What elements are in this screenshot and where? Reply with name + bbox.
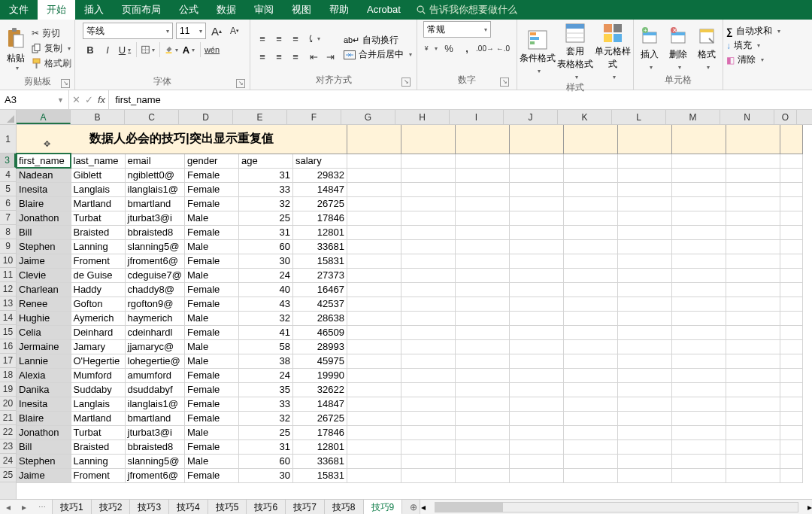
cell[interactable] xyxy=(617,225,671,239)
cell[interactable] xyxy=(401,168,455,182)
cell[interactable]: 31 xyxy=(238,225,292,239)
cell[interactable]: bmartland xyxy=(125,411,184,425)
orientation-button[interactable]: ⤹▾ xyxy=(306,31,321,46)
cell[interactable] xyxy=(617,125,671,154)
cell[interactable] xyxy=(780,325,802,339)
conditional-format-button[interactable]: 条件格式▾ xyxy=(519,28,556,75)
row-header[interactable]: 17 xyxy=(0,354,16,368)
cell[interactable] xyxy=(726,354,780,368)
cell[interactable] xyxy=(780,411,802,425)
accounting-format-button[interactable]: ¥▾ xyxy=(423,41,438,56)
cell[interactable]: chaddy8@ xyxy=(125,282,184,297)
column-headers[interactable]: ABCDEFGHIJKLMNO xyxy=(17,110,812,125)
cell[interactable] xyxy=(455,354,509,368)
cell[interactable]: Female xyxy=(184,182,238,196)
cell[interactable] xyxy=(563,368,617,382)
cell[interactable]: Female xyxy=(184,468,238,482)
tab-view[interactable]: 视图 xyxy=(283,0,320,20)
sheet-tab[interactable]: 技巧5 xyxy=(208,500,247,514)
cell[interactable] xyxy=(780,225,802,239)
cell[interactable]: 33681 xyxy=(292,239,347,254)
italic-button[interactable]: I xyxy=(100,42,115,57)
cell[interactable] xyxy=(726,454,780,468)
sheet-tab[interactable]: 技巧8 xyxy=(325,500,364,514)
cell[interactable] xyxy=(347,325,401,339)
cell[interactable] xyxy=(455,368,509,382)
cell[interactable] xyxy=(671,297,726,311)
cell[interactable]: 29832 xyxy=(292,168,347,182)
cell[interactable] xyxy=(401,439,455,454)
decrease-decimal-button[interactable]: ←.0 xyxy=(495,41,511,56)
cell[interactable] xyxy=(617,268,671,282)
cell[interactable]: 42537 xyxy=(292,297,347,311)
col-header-O[interactable]: O xyxy=(774,110,797,124)
cell[interactable]: Nadean xyxy=(17,168,71,182)
cell[interactable] xyxy=(617,196,671,211)
cell[interactable]: salary xyxy=(292,154,347,168)
cell[interactable]: slanning5@ xyxy=(125,239,184,254)
cell[interactable] xyxy=(780,311,802,325)
cell[interactable] xyxy=(726,239,780,254)
cell[interactable] xyxy=(563,211,617,225)
cell[interactable] xyxy=(347,239,401,254)
cell[interactable]: 数据人必会的技巧|突出显示重复值 xyxy=(17,125,347,154)
cell[interactable] xyxy=(455,411,509,425)
cell[interactable] xyxy=(563,196,617,211)
cell[interactable] xyxy=(347,196,401,211)
cell[interactable]: Female xyxy=(184,282,238,297)
cell[interactable] xyxy=(401,382,455,397)
cell[interactable] xyxy=(401,154,455,168)
cell[interactable] xyxy=(780,354,802,368)
cell[interactable] xyxy=(617,339,671,354)
cell[interactable]: 32 xyxy=(238,411,292,425)
underline-button[interactable]: U▾ xyxy=(117,42,132,57)
col-header-A[interactable]: A xyxy=(17,110,71,124)
font-family-select[interactable]: 等线▾ xyxy=(83,23,173,39)
cancel-icon[interactable]: ✕ xyxy=(72,94,80,105)
cell[interactable] xyxy=(780,382,802,397)
wrap-text-button[interactable]: ab↵自动换行 xyxy=(344,34,412,47)
cell[interactable] xyxy=(455,196,509,211)
align-middle-button[interactable]: ≡ xyxy=(271,31,286,46)
cell[interactable]: haymerich xyxy=(125,311,184,325)
cell[interactable] xyxy=(509,168,563,182)
col-header-F[interactable]: F xyxy=(287,110,341,124)
cell[interactable] xyxy=(726,297,780,311)
cell[interactable] xyxy=(401,268,455,282)
cell[interactable] xyxy=(617,411,671,425)
cut-button[interactable]: ✂剪切 xyxy=(32,26,71,41)
cell[interactable] xyxy=(780,268,802,282)
cell[interactable]: amumford xyxy=(125,368,184,382)
insert-cells-button[interactable]: +插入▾ xyxy=(635,24,664,71)
cell[interactable] xyxy=(401,339,455,354)
cell[interactable] xyxy=(780,168,802,182)
cell[interactable]: 38 xyxy=(238,354,292,368)
cell[interactable]: 35 xyxy=(238,382,292,397)
name-box[interactable]: A3▼ xyxy=(0,90,69,109)
cell[interactable]: 60 xyxy=(238,454,292,468)
cell[interactable] xyxy=(509,368,563,382)
cell[interactable]: Giblett xyxy=(71,168,125,182)
clear-button[interactable]: ◧清除▾ xyxy=(726,53,809,67)
cell[interactable] xyxy=(726,154,780,168)
cell[interactable] xyxy=(563,397,617,411)
cell[interactable]: 33 xyxy=(238,397,292,411)
cell[interactable] xyxy=(617,211,671,225)
cell[interactable] xyxy=(509,211,563,225)
align-center-button[interactable]: ≡ xyxy=(271,49,286,64)
cell[interactable]: Female xyxy=(184,168,238,182)
col-header-K[interactable]: K xyxy=(558,110,612,124)
cell[interactable] xyxy=(509,154,563,168)
cell[interactable] xyxy=(617,325,671,339)
cell[interactable]: 30 xyxy=(238,468,292,482)
fx-icon[interactable]: fx xyxy=(98,94,105,105)
cell[interactable] xyxy=(455,254,509,268)
cell[interactable] xyxy=(617,368,671,382)
sheet-nav[interactable]: ◂▸⋯ xyxy=(0,500,53,514)
col-header-H[interactable]: H xyxy=(395,110,450,124)
cell[interactable]: bbraisted8 xyxy=(125,439,184,454)
cell[interactable] xyxy=(671,254,726,268)
cell[interactable]: 15831 xyxy=(292,468,347,482)
cell[interactable] xyxy=(401,468,455,482)
cell[interactable] xyxy=(726,397,780,411)
